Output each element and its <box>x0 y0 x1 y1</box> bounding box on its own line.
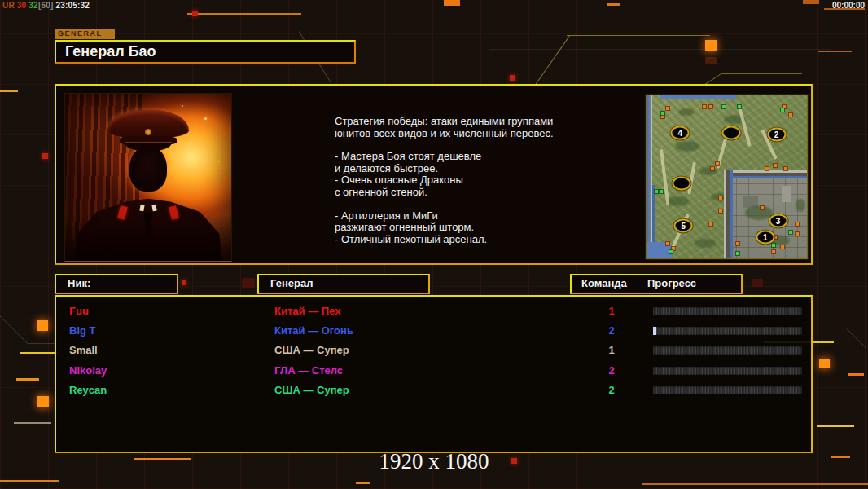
minimap-tech-dot <box>772 244 775 247</box>
minimap-highway <box>724 170 807 178</box>
minimap-highway <box>724 170 733 258</box>
player-team: 1 <box>602 341 621 360</box>
minimap-supply-dot <box>765 167 769 170</box>
player-general: США — Супер <box>274 381 349 400</box>
minimap-supply-dot <box>796 232 799 236</box>
minimap-water <box>647 95 652 258</box>
resolution-label: 1920 x 1080 <box>379 449 489 474</box>
minimap-marker: 4 <box>671 126 690 140</box>
status-clock: 23:05:32 <box>55 1 90 10</box>
title-box: Генерал Бао <box>55 40 356 64</box>
player-general: США — Супер <box>274 341 349 360</box>
description-paragraph: - Артиллерия и МиГи разжигают огненный ш… <box>335 210 591 246</box>
status-value-red: 30 <box>17 1 27 10</box>
minimap-supply-dot <box>709 222 712 226</box>
minimap-marker: 2 <box>767 128 786 142</box>
minimap-supply-dot <box>709 105 712 108</box>
status-bar: UR 30 32[60] 23:05:32 <box>2 1 90 10</box>
player-name: Small <box>69 341 98 360</box>
minimap-supply-dot <box>711 167 714 170</box>
minimap-supply-dot <box>772 250 775 253</box>
minimap-supply-dot <box>666 242 669 245</box>
description-paragraph: - Мастера Боя стоят дешевле и делаются б… <box>335 151 591 198</box>
header-nick: Ник: <box>55 274 178 294</box>
minimap-supply-dot <box>781 245 784 249</box>
status-value-cap: [60] <box>38 1 54 10</box>
minimap-marker <box>722 126 741 140</box>
minimap-supply-dot <box>796 222 799 226</box>
minimap-supply-dot <box>789 113 792 117</box>
minimap-supply-dot <box>774 164 777 167</box>
player-row: Fuu Китай — Пех 1 <box>58 302 809 321</box>
header-general: Генерал <box>257 274 430 294</box>
page-title: Генерал Бао <box>56 42 354 62</box>
minimap-tech-dot <box>722 105 726 108</box>
player-progress-bar <box>653 307 802 315</box>
player-name: Nikolay <box>69 361 107 381</box>
minimap-tech-dot <box>660 190 663 193</box>
minimap-supply-dot <box>719 209 722 213</box>
general-info-panel: Стратегия победы: атаки едиными группами… <box>55 84 813 265</box>
minimap-supply-dot <box>672 247 675 250</box>
player-name: Fuu <box>69 302 89 321</box>
minimap-marker: 3 <box>769 214 787 228</box>
player-general: ГЛА — Стелс <box>274 361 343 381</box>
player-progress-bar <box>653 327 802 335</box>
minimap-tech-dot <box>789 231 792 234</box>
player-team: 1 <box>602 302 621 321</box>
minimap-supply-dot <box>761 206 764 209</box>
status-ur-label: UR <box>2 1 15 10</box>
minimap-supply-dot <box>784 167 787 170</box>
minimap-tech-dot <box>661 112 664 115</box>
header-progress: Прогресс <box>647 275 696 292</box>
player-general: Китай — Пех <box>274 302 340 321</box>
minimap-supply-dot <box>666 107 669 110</box>
player-row: Nikolay ГЛА — Стелс 2 <box>58 361 809 381</box>
minimap-supply-dot <box>661 115 664 118</box>
general-portrait <box>64 93 232 262</box>
player-general: Китай — Огонь <box>274 321 353 341</box>
header-team-progress: Команда Прогресс <box>570 274 743 294</box>
minimap-marker: 5 <box>674 219 693 233</box>
player-progress-bar <box>653 386 802 394</box>
player-row: Small США — Супер 1 <box>58 341 809 360</box>
status-value-green: 32 <box>28 1 38 10</box>
minimap-marker <box>673 177 691 191</box>
minimap-tech-dot <box>669 250 673 253</box>
minimap-tech-dot <box>655 190 658 193</box>
player-name: Reycan <box>69 381 107 400</box>
player-table-panel: Fuu Китай — Пех 1 Big T Китай — Огонь 2 … <box>55 295 813 453</box>
player-progress-bar <box>653 346 802 355</box>
general-tab: GENERAL <box>55 29 115 39</box>
match-timer: 00:00:00 <box>832 1 865 10</box>
player-progress-bar <box>653 367 802 375</box>
minimap-tech-dot <box>736 252 739 255</box>
header-team: Команда <box>581 275 627 292</box>
player-name: Big T <box>69 321 96 341</box>
minimap: 42531 <box>646 95 808 259</box>
description-paragraph: Стратегия победы: атаки едиными группами… <box>335 116 591 139</box>
player-team: 2 <box>602 361 621 381</box>
player-row: Big T Китай — Огонь 2 <box>58 321 809 341</box>
minimap-tech-dot <box>781 108 784 112</box>
minimap-marker: 1 <box>756 231 774 244</box>
minimap-supply-dot <box>703 105 706 108</box>
minimap-supply-dot <box>719 196 722 200</box>
player-row: Reycan США — Супер 2 <box>58 381 809 400</box>
strategy-description: Стратегия победы: атаки едиными группами… <box>335 116 591 257</box>
minimap-supply-dot <box>736 242 739 245</box>
minimap-supply-dot <box>716 162 719 165</box>
minimap-tech-dot <box>738 105 741 108</box>
player-team: 2 <box>602 321 621 341</box>
player-team: 2 <box>602 381 621 400</box>
